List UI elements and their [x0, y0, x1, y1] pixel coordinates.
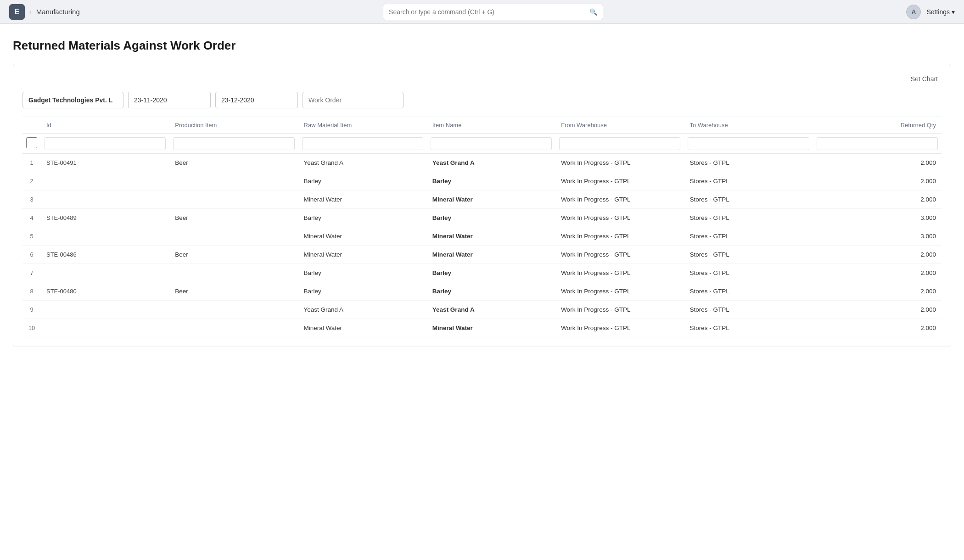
select-all-checkbox[interactable]	[26, 136, 37, 149]
cell-to-warehouse: Stores - GTPL	[684, 282, 813, 301]
cell-id	[41, 172, 169, 190]
cell-id	[41, 227, 169, 246]
cell-production-item	[169, 227, 298, 246]
filter-item-name[interactable]	[431, 137, 552, 150]
cell-rownum: 10	[22, 319, 41, 337]
cell-raw-material-item: Mineral Water	[298, 319, 427, 337]
cell-raw-material-item: Barley	[298, 209, 427, 227]
cell-rownum: 9	[22, 301, 41, 319]
cell-returned-qty: 2.000	[813, 319, 942, 337]
search-icon: 🔍	[589, 8, 597, 16]
cell-production-item: Beer	[169, 154, 298, 172]
search-bar[interactable]: 🔍	[383, 4, 603, 20]
app-icon[interactable]: E	[9, 4, 25, 20]
filter-from-warehouse[interactable]	[559, 137, 680, 150]
cell-item-name: Mineral Water	[427, 319, 555, 337]
cell-production-item	[169, 301, 298, 319]
cell-to-warehouse: Stores - GTPL	[684, 154, 813, 172]
cell-from-warehouse: Work In Progress - GTPL	[555, 301, 684, 319]
cell-rownum: 1	[22, 154, 41, 172]
col-header-returned-qty: Returned Qty	[813, 117, 942, 134]
cell-item-name: Barley	[427, 264, 555, 282]
cell-raw-material-item: Mineral Water	[298, 190, 427, 209]
table-body: 1 STE-00491 Beer Yeast Grand A Yeast Gra…	[22, 154, 942, 337]
search-wrap: 🔍	[84, 4, 902, 20]
cell-returned-qty: 2.000	[813, 264, 942, 282]
cell-to-warehouse: Stores - GTPL	[684, 172, 813, 190]
cell-production-item: Beer	[169, 246, 298, 264]
cell-to-warehouse: Stores - GTPL	[684, 227, 813, 246]
from-date-filter[interactable]	[128, 92, 211, 108]
settings-label: Settings	[926, 8, 950, 16]
cell-production-item	[169, 172, 298, 190]
cell-rownum: 6	[22, 246, 41, 264]
breadcrumb-chevron: ›	[29, 8, 32, 16]
to-date-filter[interactable]	[215, 92, 298, 108]
cell-rownum: 8	[22, 282, 41, 301]
filter-production-item[interactable]	[173, 137, 294, 150]
avatar[interactable]: A	[906, 5, 921, 19]
col-header-raw-material-item: Raw Material Item	[298, 117, 427, 134]
cell-rownum: 3	[22, 190, 41, 209]
cell-to-warehouse: Stores - GTPL	[684, 246, 813, 264]
cell-item-name: Barley	[427, 172, 555, 190]
cell-to-warehouse: Stores - GTPL	[684, 190, 813, 209]
cell-item-name: Yeast Grand A	[427, 154, 555, 172]
set-chart-row: Set Chart	[22, 73, 942, 84]
table-row: 1 STE-00491 Beer Yeast Grand A Yeast Gra…	[22, 154, 942, 172]
cell-item-name: Barley	[427, 282, 555, 301]
cell-raw-material-item: Mineral Water	[298, 227, 427, 246]
cell-from-warehouse: Work In Progress - GTPL	[555, 282, 684, 301]
company-filter[interactable]	[22, 92, 123, 108]
cell-id: STE-00489	[41, 209, 169, 227]
set-chart-button[interactable]: Set Chart	[907, 73, 942, 84]
nav-module-label[interactable]: Manufacturing	[36, 8, 80, 16]
data-table: Id Production Item Raw Material Item Ite…	[22, 117, 942, 337]
cell-raw-material-item: Mineral Water	[298, 246, 427, 264]
col-header-production-item: Production Item	[169, 117, 298, 134]
cell-production-item	[169, 190, 298, 209]
report-container: Set Chart Id Production Item Raw Materia…	[13, 64, 951, 347]
search-input[interactable]	[389, 8, 586, 16]
cell-production-item: Beer	[169, 282, 298, 301]
cell-from-warehouse: Work In Progress - GTPL	[555, 264, 684, 282]
cell-to-warehouse: Stores - GTPL	[684, 301, 813, 319]
nav-right: A Settings ▾	[906, 5, 955, 19]
cell-id	[41, 319, 169, 337]
settings-button[interactable]: Settings ▾	[926, 8, 955, 16]
cell-to-warehouse: Stores - GTPL	[684, 264, 813, 282]
cell-from-warehouse: Work In Progress - GTPL	[555, 190, 684, 209]
filter-raw-material-item[interactable]	[302, 137, 423, 150]
cell-returned-qty: 3.000	[813, 209, 942, 227]
cell-item-name: Yeast Grand A	[427, 301, 555, 319]
cell-production-item	[169, 319, 298, 337]
cell-returned-qty: 2.000	[813, 301, 942, 319]
cell-id: STE-00491	[41, 154, 169, 172]
cell-raw-material-item: Barley	[298, 282, 427, 301]
table-row: 7 Barley Barley Work In Progress - GTPL …	[22, 264, 942, 282]
cell-id	[41, 190, 169, 209]
table-header-row: Id Production Item Raw Material Item Ite…	[22, 117, 942, 134]
cell-returned-qty: 2.000	[813, 190, 942, 209]
table-row: 6 STE-00486 Beer Mineral Water Mineral W…	[22, 246, 942, 264]
cell-from-warehouse: Work In Progress - GTPL	[555, 172, 684, 190]
table-row: 10 Mineral Water Mineral Water Work In P…	[22, 319, 942, 337]
cell-rownum: 2	[22, 172, 41, 190]
cell-id: STE-00486	[41, 246, 169, 264]
cell-raw-material-item: Barley	[298, 264, 427, 282]
filter-to-warehouse[interactable]	[688, 137, 809, 150]
cell-returned-qty: 3.000	[813, 227, 942, 246]
cell-id: STE-00480	[41, 282, 169, 301]
cell-from-warehouse: Work In Progress - GTPL	[555, 319, 684, 337]
col-header-item-name: Item Name	[427, 117, 555, 134]
table-row: 4 STE-00489 Beer Barley Barley Work In P…	[22, 209, 942, 227]
cell-returned-qty: 2.000	[813, 154, 942, 172]
col-header-id: Id	[41, 117, 169, 134]
col-header-from-warehouse: From Warehouse	[555, 117, 684, 134]
cell-to-warehouse: Stores - GTPL	[684, 319, 813, 337]
work-order-filter[interactable]	[303, 92, 404, 108]
filter-returned-qty[interactable]	[817, 137, 938, 150]
cell-rownum: 7	[22, 264, 41, 282]
chevron-down-icon: ▾	[952, 8, 955, 16]
filter-id[interactable]	[45, 137, 166, 150]
